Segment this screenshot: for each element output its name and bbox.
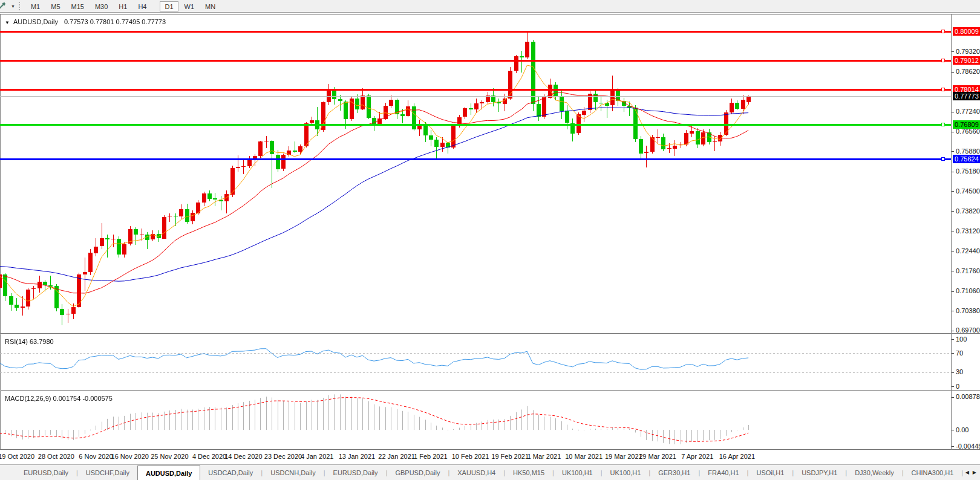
chart-tab-uk100-h1[interactable]: UK100,H1 [603,465,649,480]
date-tick-label: 19 Feb 2021 [491,453,529,460]
chart-tab-usdchf-daily[interactable]: USDCHF,Daily [78,465,137,480]
axis-tick-mark [952,386,954,387]
chart-tabs-bar: EURUSD,Daily|USDCHF,DailyAUDUSD,DailyUSD… [0,464,980,480]
chart-tab-usdjpy-h1[interactable]: USDJPY,H1 [794,465,845,480]
axis-tick-mark [952,271,954,271]
timeframe-button-h4[interactable]: H4 [133,1,151,11]
axis-tick-mark [952,172,954,172]
chart-tab-ger30-h1[interactable]: GER30,H1 [650,465,698,480]
chart-symbol-period: AUDUSD,Daily [13,18,58,25]
axis-tick-mark [952,397,954,398]
triangle-down-icon[interactable]: ▼ [5,20,10,25]
axis-tick-mark [952,151,954,152]
price-tick-label: 0.72440 [956,247,980,255]
date-tick-label: 16 Apr 2021 [719,453,755,460]
date-tick-label: 16 Nov 2020 [111,453,149,460]
rsi-tick-label: 100 [956,336,967,343]
date-tick-label: 29 Mar 2021 [639,453,676,460]
price-tick-label: 0.70380 [956,307,980,315]
chart-tab-china300-h1[interactable]: CHINA300,H1 [904,465,962,480]
date-tick-label: 4 Dec 2020 [192,453,226,460]
macd-indicator-label: MACD(12,26,9) 0.001754 -0.000575 [5,395,113,402]
caret-down-icon[interactable]: ▼ [11,4,15,8]
tab-scroll-left-icon[interactable]: ◀ [965,470,969,475]
time-axis[interactable]: 19 Oct 202028 Oct 20206 Nov 202016 Nov 2… [0,450,951,464]
chart-tab-xauusd-h4[interactable]: XAUUSD,H4 [449,465,503,480]
chart-tab-hk50-m15[interactable]: HK50,M15 [505,465,552,480]
price-tick-label: 0.73820 [956,207,980,215]
timeframe-button-m15[interactable]: M15 [67,1,89,11]
date-tick-label: 10 Mar 2021 [565,453,603,460]
timeframe-button-m5[interactable]: M5 [46,1,65,11]
date-tick-label: 13 Jan 2021 [339,453,376,460]
axis-tick-mark [952,132,954,132]
date-tick-label: 1 Mar 2021 [528,453,561,460]
tab-scroll-right-icon[interactable]: ▶ [973,470,976,475]
axis-tick-mark [952,251,954,251]
hline-price-label: 0.79012 [953,56,980,65]
macd-tick-label: 0.008782 [956,393,980,401]
axis-tick-mark [952,232,954,232]
axis-tick-mark [952,372,954,373]
date-tick-label: 4 Jan 2021 [301,453,333,460]
price-tick-label: 0.77240 [956,108,980,115]
macd-indicator-canvas[interactable] [0,391,951,449]
price-tick-label: 0.71060 [956,287,980,295]
chart-tab-gbpusd-daily[interactable]: GBPUSD,Daily [387,465,448,480]
chart-tab-fra40-h1[interactable]: FRA40,H1 [700,465,746,480]
hline-price-label: 0.75624 [953,155,980,163]
mt4-terminal-window: ▼ M1M5M15M30H1H4D1W1MN ▼AUDUSD,Daily0.77… [0,0,980,480]
chart-tab-usdcnh-daily[interactable]: USDCNH,Daily [263,465,324,480]
chart-tab-eurusd-daily[interactable]: EURUSD,Daily [16,465,76,480]
price-tick-label: 0.73120 [956,227,980,235]
axis-tick-mark [952,353,954,354]
date-tick-label: 28 Oct 2020 [38,453,74,460]
chart-tab-audusd-daily[interactable]: AUDUSD,Daily [137,465,200,480]
price-tick-label: 0.75180 [956,167,980,175]
axis-tick-mark [952,446,954,447]
timeframe-button-m30[interactable]: M30 [90,1,113,11]
tab-scroll-arrows: ◀ ▶ [963,465,979,480]
date-tick-label: 22 Jan 2021 [378,453,415,460]
date-tick-label: 25 Nov 2020 [151,453,188,460]
timeframe-button-m1[interactable]: M1 [26,1,45,11]
hline-price-label: 0.76809 [953,120,980,129]
axis-tick-mark [952,331,954,331]
rsi-tick-label: 30 [956,368,963,376]
chart-tab-eurusd-daily[interactable]: EURUSD,Daily [325,465,386,480]
axis-tick-mark [952,339,954,340]
price-tick-label: 0.74500 [956,187,980,195]
macd-tick-label: -0.004451 [956,443,980,450]
current-price-label: 0.77773 [953,92,980,100]
toolbar-grip-handle[interactable] [19,2,22,10]
chart-tab-dj30-weekly[interactable]: DJ30,Weekly [847,465,902,480]
axis-tick-mark [952,430,954,430]
chart-cursor-icon[interactable] [0,1,7,11]
date-tick-label: 1 Feb 2021 [414,453,448,460]
hline-price-label: 0.80009 [953,27,980,36]
timeframe-button-mn[interactable]: MN [200,1,220,11]
axis-tick-mark [952,112,954,112]
chart-tab-usdcad-daily[interactable]: USDCAD,Daily [200,465,261,480]
date-tick-label: 19 Oct 2020 [0,453,34,460]
chart-tab-uk100-h1[interactable]: UK100,H1 [554,465,601,480]
date-tick-label: 6 Nov 2020 [79,453,113,460]
rsi-indicator-canvas[interactable] [0,334,951,390]
price-tick-label: 0.71760 [956,267,980,275]
rsi-tick-label: 0 [956,383,959,391]
axis-tick-mark [952,211,954,212]
axis-tick-mark [952,291,954,292]
timeframe-button-d1[interactable]: D1 [160,1,178,11]
timeframe-button-h1[interactable]: H1 [114,1,132,11]
axis-tick-mark [952,191,954,192]
price-chart-canvas[interactable] [0,15,951,333]
date-tick-label: 14 Dec 2020 [224,453,262,460]
date-tick-label: 10 Feb 2021 [452,453,489,460]
chart-tab-usoil-h1[interactable]: USOil,H1 [748,465,792,480]
timeframe-button-w1[interactable]: W1 [180,1,200,11]
timeframes-toolbar: ▼ M1M5M15M30H1H4D1W1MN [0,0,980,13]
price-tick-label: 0.76560 [956,128,980,135]
price-axis[interactable]: 0.793200.786200.772400.765600.758800.751… [952,14,980,450]
date-tick-label: 7 Apr 2021 [681,453,713,460]
price-tick-label: 0.79320 [956,48,980,56]
